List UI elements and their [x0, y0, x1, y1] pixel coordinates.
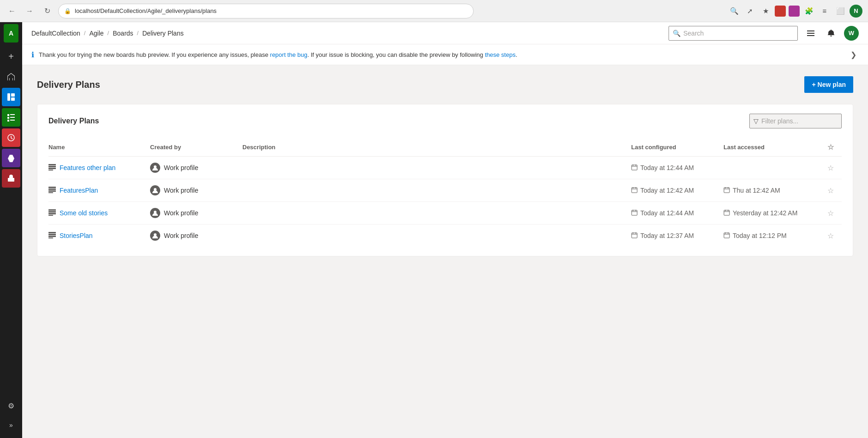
settings-icon: ⚙ [8, 402, 14, 410]
svg-rect-4 [8, 178, 14, 182]
svg-rect-7 [48, 168, 56, 169]
plan-description [242, 157, 631, 179]
menu-button[interactable]: ≡ [818, 5, 831, 18]
banner-close-button[interactable]: ❯ [848, 49, 859, 60]
bookmark-button[interactable]: ★ [759, 5, 772, 18]
plan-name-link[interactable]: Features other plan [48, 164, 145, 172]
new-plan-button[interactable]: + New plan [804, 76, 853, 93]
svg-rect-24 [724, 210, 729, 215]
reload-button[interactable]: ↻ [41, 5, 54, 18]
breadcrumb-boards[interactable]: Boards [113, 30, 133, 37]
sidebar-logo[interactable]: A [4, 26, 18, 41]
sidebar-item-boards[interactable] [2, 88, 20, 106]
sidebar-item-workitems[interactable] [2, 108, 20, 127]
favorite-star-button[interactable]: ☆ [825, 230, 836, 241]
breadcrumb-collection[interactable]: DefaultCollection [31, 30, 80, 37]
browser-profile[interactable]: N [850, 5, 862, 18]
svg-rect-25 [48, 232, 56, 233]
banner-message-2: . If your issue is blocking, you can dis… [307, 51, 485, 58]
favorite-star-button[interactable]: ☆ [825, 162, 836, 173]
info-banner: ℹ Thank you for trying the new boards hu… [22, 44, 868, 65]
created-by-text: Work profile [164, 164, 198, 171]
plan-description [242, 202, 631, 225]
created-by-cell: Work profile [150, 208, 237, 218]
plan-name-text: FeaturesPlan [60, 187, 98, 194]
svg-rect-11 [48, 187, 56, 188]
browser-chrome: ← → ↻ 🔒 localhost/DefaultCollection/Agil… [0, 0, 868, 22]
sidebar-item-artifacts[interactable] [2, 169, 20, 188]
filter-icon: ▽ [753, 117, 759, 125]
favorite-star-button[interactable]: ☆ [825, 207, 836, 219]
svg-rect-12 [48, 189, 56, 190]
svg-rect-20 [48, 213, 56, 214]
share-button[interactable]: ➚ [743, 5, 756, 18]
plan-name-link[interactable]: FeaturesPlan [48, 187, 145, 195]
last-accessed-text: Yesterday at 12:42 AM [733, 209, 797, 217]
svg-rect-31 [724, 233, 729, 238]
banner-message-1: Thank you for trying the new boards hub … [39, 51, 270, 58]
last-configured-cell: Today at 12:44 AM [631, 164, 718, 172]
plan-name-link[interactable]: Some old stories [48, 209, 145, 217]
sidebar-item-testplans[interactable] [2, 149, 20, 167]
ext2-button[interactable] [789, 6, 800, 17]
address-bar[interactable]: 🔒 localhost/DefaultCollection/Agile/_del… [58, 4, 474, 18]
page-title: Delivery Plans [37, 79, 100, 90]
svg-rect-27 [48, 236, 56, 237]
plans-card-title: Delivery Plans [48, 117, 99, 125]
table-row: StoriesPlan Work profile Today at 12:37 … [48, 225, 842, 247]
breadcrumb-sep-2: / [108, 30, 109, 36]
these-steps-link[interactable]: these steps [485, 51, 516, 58]
forward-button[interactable]: → [23, 5, 36, 18]
nav-list-icon[interactable] [803, 26, 818, 41]
app-container: A + ⚙ » [0, 22, 868, 438]
last-configured-cell: Today at 12:44 AM [631, 209, 718, 217]
last-configured-text: Today at 12:44 AM [640, 209, 694, 217]
plan-icon [48, 164, 56, 172]
col-header-star: ☆ [825, 138, 842, 157]
sidebar-item-backlogs[interactable] [2, 128, 20, 147]
plan-name-link[interactable]: StoriesPlan [48, 232, 145, 240]
plan-name-text: Some old stories [60, 209, 108, 217]
calendar-accessed-icon [723, 209, 730, 217]
sidebar-item-home[interactable] [2, 67, 20, 86]
banner-message-3: . [516, 51, 518, 58]
plan-name-text: StoriesPlan [60, 232, 93, 239]
svg-rect-8 [48, 170, 53, 170]
favorite-star-button[interactable]: ☆ [825, 185, 836, 196]
split-screen-button[interactable]: ⬜ [834, 5, 847, 18]
report-bug-link[interactable]: report the bug [270, 51, 307, 58]
last-accessed-text: Today at 12:12 PM [733, 232, 787, 239]
plans-card-header: Delivery Plans ▽ Filter plans... [48, 114, 842, 128]
plan-description [242, 179, 631, 202]
nav-profile[interactable]: W [844, 26, 859, 41]
extensions-button[interactable]: 🧩 [802, 5, 815, 18]
last-accessed-cell: Today at 12:12 PM [723, 232, 820, 240]
svg-rect-23 [632, 210, 637, 215]
sidebar-bottom: ⚙ » [2, 396, 20, 434]
sidebar-settings-button[interactable]: ⚙ [2, 396, 20, 415]
created-by-text: Work profile [164, 232, 198, 239]
user-avatar-icon [150, 231, 160, 241]
plan-icon [48, 187, 56, 195]
calendar-icon [631, 164, 638, 172]
svg-rect-28 [48, 237, 53, 238]
back-button[interactable]: ← [6, 5, 18, 18]
breadcrumb-agile[interactable]: Agile [89, 30, 103, 37]
svg-rect-5 [48, 164, 56, 165]
sidebar-item-new[interactable]: + [2, 47, 20, 66]
svg-rect-1 [11, 93, 15, 97]
expand-icon: » [9, 421, 13, 429]
url-text: localhost/DefaultCollection/Agile/_deliv… [75, 7, 217, 14]
search-box[interactable]: 🔍 Search [669, 26, 798, 41]
nav-notification-icon[interactable] [824, 26, 838, 41]
col-header-last-accessed: Last accessed [723, 138, 825, 157]
ext1-button[interactable] [775, 6, 786, 17]
sidebar-expand-button[interactable]: » [2, 416, 20, 434]
last-configured-text: Today at 12:42 AM [640, 187, 694, 194]
search-placeholder: Search [683, 30, 704, 37]
filter-input[interactable]: ▽ Filter plans... [749, 114, 842, 128]
zoom-button[interactable]: 🔍 [728, 5, 741, 18]
info-icon: ℹ [31, 50, 34, 59]
user-avatar-icon [150, 185, 160, 195]
sidebar-org-avatar[interactable]: A [4, 24, 18, 43]
